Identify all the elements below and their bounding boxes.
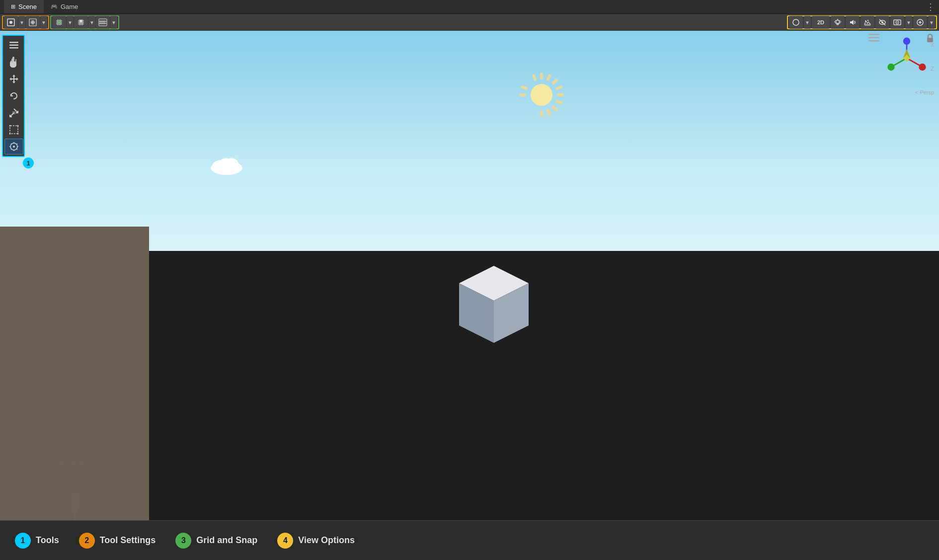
legend-item-tools: 1 Tools [15, 533, 59, 549]
legend-label-tool-settings: Tool Settings [100, 535, 156, 546]
legend-label-grid-snap: Grid and Snap [196, 535, 257, 546]
legend-number-3: 3 [175, 533, 191, 549]
camera-overlay-dropdown[interactable]: ▼ [905, 16, 912, 29]
svg-point-5 [793, 19, 799, 25]
legend-number-2: 2 [79, 533, 95, 549]
snap-toggle-dropdown[interactable]: ▼ [88, 16, 95, 29]
svg-point-42 [17, 125, 19, 127]
left-tools-panel [2, 35, 25, 157]
scale-tool-btn[interactable] [4, 105, 23, 121]
pivot-btn[interactable] [26, 16, 40, 29]
scene-view-btn[interactable] [4, 16, 18, 29]
svg-point-43 [9, 133, 11, 135]
hand-tool-btn[interactable] [4, 54, 23, 70]
svg-rect-55 [551, 78, 558, 85]
svg-line-29 [75, 227, 119, 520]
svg-point-68 [220, 158, 232, 168]
svg-rect-40 [10, 126, 18, 134]
camera-overlay-btn[interactable] [890, 16, 904, 29]
svg-rect-56 [557, 93, 564, 96]
snap-settings-dropdown[interactable]: ▼ [110, 16, 117, 29]
x-axis-label: X [931, 42, 934, 48]
cloud-object [207, 153, 246, 180]
svg-line-22 [15, 227, 75, 520]
svg-line-24 [45, 227, 75, 520]
svg-rect-47 [868, 34, 879, 35]
tab-more-button[interactable]: ⋮ [926, 1, 935, 12]
legend-number-4: 4 [277, 533, 293, 549]
cube-object [456, 261, 525, 345]
scene-icon: ⊞ [11, 3, 15, 10]
custom-transform-btn[interactable] [4, 139, 23, 155]
legend-bar: 1 Tools 2 Tool Settings 3 Grid and Snap … [0, 520, 939, 560]
sky-background [0, 31, 939, 251]
svg-point-77 [887, 64, 894, 71]
orientation-gizmo: X Z < Persp [884, 36, 934, 95]
grid-toggle-dropdown[interactable]: ▼ [67, 16, 74, 29]
snap-settings-btn[interactable] [96, 16, 110, 29]
svg-rect-51 [540, 73, 543, 80]
svg-rect-57 [551, 105, 558, 112]
shading-mode-btn[interactable] [789, 16, 803, 29]
tools-badge: 1 [23, 158, 34, 168]
legend-label-tools: Tools [36, 535, 59, 546]
svg-rect-35 [9, 47, 18, 49]
svg-point-15 [920, 22, 921, 23]
svg-point-44 [17, 133, 19, 135]
move-tool-btn[interactable] [4, 71, 23, 87]
scene-view-dropdown[interactable]: ▼ [18, 16, 25, 29]
light-btn[interactable] [831, 16, 845, 29]
svg-rect-37 [13, 57, 14, 62]
svg-point-46 [13, 146, 15, 148]
svg-rect-36 [11, 59, 12, 63]
legend-label-view-options: View Options [298, 535, 355, 546]
gizmos-btn[interactable] [913, 16, 927, 29]
svg-line-30 [75, 227, 134, 520]
svg-rect-58 [546, 74, 551, 81]
svg-rect-63 [520, 85, 528, 90]
rect-transform-btn[interactable] [4, 122, 23, 138]
legend-item-tool-settings: 2 Tool Settings [79, 533, 156, 549]
svg-line-25 [60, 227, 75, 520]
tab-bar: ⊞ Scene 🎮 Game ⋮ [0, 0, 939, 14]
2d-toggle-btn[interactable]: 2D [812, 16, 830, 29]
svg-line-23 [30, 227, 75, 520]
ground-grid [0, 227, 149, 520]
svg-rect-59 [555, 85, 562, 90]
svg-point-73 [903, 38, 910, 45]
svg-rect-39 [12, 111, 15, 114]
audio-btn[interactable] [846, 16, 860, 29]
persp-label: < Persp [915, 89, 934, 95]
svg-rect-62 [532, 74, 537, 81]
gizmos-dropdown[interactable]: ▼ [928, 16, 935, 29]
svg-rect-34 [9, 45, 18, 46]
svg-rect-53 [519, 93, 526, 96]
svg-point-8 [867, 20, 868, 21]
pivot-dropdown[interactable]: ▼ [40, 16, 47, 29]
viewport-menu-btn[interactable] [868, 34, 879, 43]
svg-point-75 [919, 64, 926, 71]
svg-point-41 [9, 125, 11, 127]
effects-btn[interactable] [861, 16, 874, 29]
main-toolbar: ▼ ▼ ▼ ▼ [0, 14, 939, 31]
tool-settings-group: ▼ ▼ [2, 15, 49, 29]
grid-snap-group: ▼ ▼ ▼ [50, 15, 119, 29]
grid-toggle-btn[interactable] [52, 16, 66, 29]
shading-dropdown[interactable]: ▼ [804, 16, 811, 29]
tab-scene-label: Scene [18, 3, 37, 10]
tab-game[interactable]: 🎮 Game [44, 0, 85, 13]
snap-toggle-btn[interactable] [74, 16, 88, 29]
legend-number-1: 1 [15, 533, 31, 549]
z-axis-label: Z [931, 66, 934, 72]
tab-scene[interactable]: ⊞ Scene [4, 0, 44, 13]
rotate-tool-btn[interactable] [4, 88, 23, 104]
svg-rect-38 [15, 59, 16, 62]
svg-point-13 [897, 22, 898, 23]
hidden-objects-btn[interactable] [875, 16, 889, 29]
svg-rect-4 [99, 19, 107, 26]
svg-point-64 [531, 84, 552, 106]
tools-menu-btn[interactable] [4, 37, 23, 53]
view-options-group: ▼ 2D [787, 15, 937, 29]
scene-viewport[interactable]: 1 [0, 31, 939, 520]
svg-rect-33 [9, 42, 18, 43]
